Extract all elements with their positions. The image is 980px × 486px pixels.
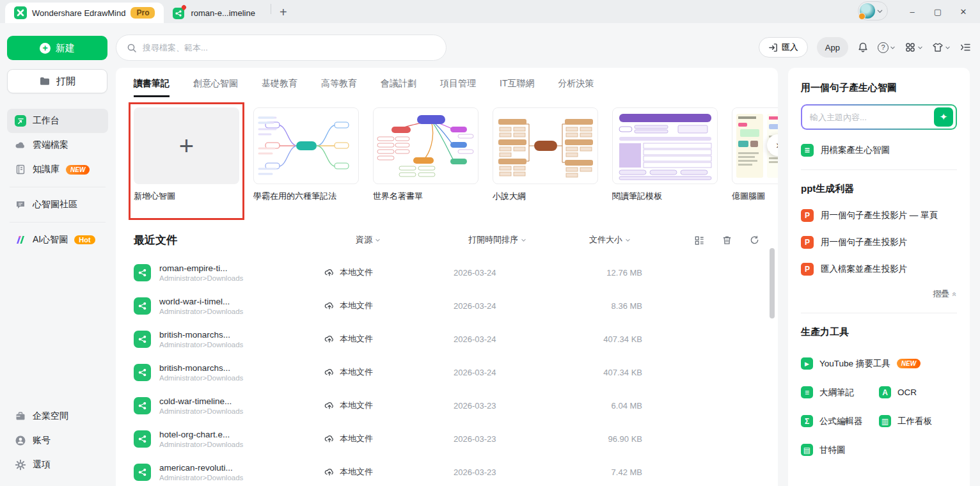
- collapse-section-button[interactable]: 摺疊 «: [801, 288, 957, 300]
- tab-basic-education[interactable]: 基礎教育: [262, 78, 297, 97]
- sidebar-item-community[interactable]: 心智圖社區: [7, 192, 108, 217]
- template-cards: + 新增心智圖: [134, 107, 760, 215]
- workspace-icon: [15, 115, 26, 127]
- file-source: 本地文件: [340, 366, 373, 378]
- tool-gantt[interactable]: ▤ 甘特圖: [801, 444, 879, 456]
- sidebar-item-account[interactable]: 账号: [7, 428, 107, 453]
- import-icon: [768, 43, 778, 52]
- file-to-mindmap-icon: [801, 144, 814, 157]
- tool-label: YouTube 摘要工具: [819, 358, 890, 370]
- import-button[interactable]: 匯入: [759, 37, 808, 58]
- file-row[interactable]: cold-war-timeline...Administrator>Downlo…: [134, 389, 760, 422]
- file-source: 本地文件: [340, 300, 373, 311]
- sort-file-size[interactable]: 文件大小: [572, 234, 642, 246]
- ocr-icon: A: [879, 386, 891, 398]
- minimize-button[interactable]: –: [899, 2, 925, 21]
- ai-generate-button[interactable]: ✦: [934, 107, 953, 127]
- tab-analysis-decision[interactable]: 分析決策: [558, 78, 594, 97]
- local-file-icon: [324, 367, 335, 377]
- sidebar-item-workspace[interactable]: 工作台: [7, 109, 108, 133]
- sidebar-item-cloud-files[interactable]: 雲端檔案: [7, 133, 108, 157]
- tool-ocr[interactable]: A OCR: [879, 386, 957, 398]
- file-to-mindmap-item[interactable]: 用檔案產生心智圖: [801, 144, 957, 157]
- open-document-button[interactable]: 打開: [7, 69, 107, 93]
- file-path: Administrator>Downloads: [159, 441, 243, 448]
- file-name: roman-empire-ti...: [159, 263, 243, 273]
- productivity-title: 生產力工具: [801, 326, 957, 338]
- sort-source[interactable]: 資源: [319, 234, 447, 246]
- card-template-notes[interactable]: 學霸在用的六種筆記法: [253, 107, 359, 215]
- sidebar-item-options[interactable]: 選項: [7, 453, 107, 477]
- ppt-single-page-item[interactable]: P 用一個句子產生投影片 — 單頁: [801, 209, 957, 222]
- new-document-button[interactable]: + 新建: [7, 36, 107, 60]
- sidebar-item-label: AI心智圖: [33, 234, 68, 246]
- refresh-button[interactable]: [749, 235, 760, 246]
- card-template-booklist[interactable]: 世界名著書單: [373, 107, 478, 215]
- chevron-down-icon: [876, 8, 883, 15]
- new-tab-button[interactable]: +: [275, 4, 292, 20]
- sort-open-time[interactable]: 打開時間排序: [447, 234, 572, 246]
- tool-outline-notes[interactable]: ≡ 大綱筆記: [801, 386, 879, 398]
- sidebar-item-knowledge-base[interactable]: 知識庫 NEW: [7, 157, 108, 182]
- file-path: Administrator>Downloads: [159, 374, 243, 382]
- tool-youtube-summary[interactable]: ▶ YouTube 摘要工具 NEW: [801, 357, 957, 370]
- search-input[interactable]: [143, 43, 436, 52]
- sidebar-item-enterprise[interactable]: 企業空間: [7, 404, 107, 428]
- tool-formula-editor[interactable]: Σ 公式編輯器: [801, 415, 879, 427]
- card-template-novel-outline[interactable]: 小說大綱: [493, 107, 598, 215]
- tab-higher-education[interactable]: 高等教育: [321, 78, 357, 97]
- account-menu[interactable]: [858, 1, 888, 20]
- delete-button[interactable]: [722, 235, 732, 246]
- file-path: Administrator>Downloads: [159, 274, 243, 282]
- file-row[interactable]: world-war-i-timel...Administrator>Downlo…: [134, 289, 760, 322]
- app-tab-home[interactable]: Wondershare EdrawMind Pro: [5, 3, 164, 23]
- sidebar-item-label: 選項: [33, 459, 51, 471]
- file-row[interactable]: american-revoluti...Administrator>Downlo…: [134, 455, 760, 486]
- file-row[interactable]: hotel-org-chart.e...Administrator>Downlo…: [134, 422, 760, 455]
- file-row[interactable]: british-monarchs...Administrator>Downloa…: [134, 356, 760, 389]
- open-button-label: 打開: [56, 75, 75, 88]
- ppt-from-file-item[interactable]: P 匯入檔案並產生投影片: [801, 263, 957, 276]
- mindmap-file-icon: [134, 397, 151, 414]
- ai-topic-input[interactable]: [810, 113, 930, 122]
- tab-reading-notes[interactable]: 讀書筆記: [134, 78, 170, 97]
- card-label: 學霸在用的六種筆記法: [253, 191, 359, 202]
- file-date: 2026-03-24: [447, 301, 572, 311]
- main-panel: 讀書筆記 創意心智圖 基礎教育 高等教育 會議計劃 項目管理 IT互聯網 分析決…: [116, 68, 778, 486]
- notifications-button[interactable]: [857, 42, 869, 53]
- file-size: 8.36 MB: [572, 301, 642, 311]
- mindmap-file-icon: [134, 364, 151, 381]
- sidebar-item-label: 知識庫: [33, 164, 59, 175]
- tool-kanban[interactable]: ▥ 工作看板: [879, 415, 957, 427]
- card-template-reading-notes[interactable]: 閱讀筆記模板: [612, 107, 718, 215]
- collapse-panel-button[interactable]: [960, 42, 971, 53]
- plus-icon: +: [40, 43, 51, 54]
- tab-project-management[interactable]: 項目管理: [440, 78, 476, 97]
- tab-creative-mindmap[interactable]: 創意心智圖: [193, 78, 238, 97]
- list-view-toggle[interactable]: [694, 235, 705, 246]
- app-button[interactable]: App: [817, 37, 848, 58]
- sidebar-item-label: 心智圖社區: [33, 199, 77, 210]
- card-template-edraw-brain[interactable]: 億圖腦圖: [732, 107, 778, 215]
- apps-menu[interactable]: [905, 42, 923, 53]
- sidebar-item-ai-mindmap[interactable]: AI心智圖 Hot: [7, 228, 108, 252]
- kanban-icon: ▥: [879, 415, 891, 427]
- mindmap-file-icon: [134, 264, 151, 281]
- theme-menu[interactable]: [932, 42, 951, 53]
- card-new-mindmap[interactable]: + 新增心智圖: [134, 107, 239, 215]
- tab-it-internet[interactable]: IT互聯網: [500, 78, 534, 97]
- file-row[interactable]: roman-empire-ti...Administrator>Download…: [134, 256, 760, 289]
- tab-meeting-plan[interactable]: 會議計劃: [381, 78, 416, 97]
- plus-icon: +: [179, 132, 194, 161]
- recent-files-list: roman-empire-ti...Administrator>Download…: [134, 256, 760, 486]
- app-tab-document[interactable]: roman-e...imeline: [164, 3, 264, 23]
- file-size: 407.34 KB: [572, 334, 642, 344]
- help-menu[interactable]: ?: [878, 42, 896, 53]
- search-bar[interactable]: [116, 35, 447, 61]
- scrollbar-thumb[interactable]: [770, 248, 775, 318]
- maximize-button[interactable]: ▢: [925, 2, 951, 21]
- ppt-from-sentence-item[interactable]: P 用一個句子產生投影片: [801, 236, 957, 249]
- file-row[interactable]: british-monarchs...Administrator>Downloa…: [134, 322, 760, 356]
- close-button[interactable]: ✕: [951, 2, 976, 21]
- ai-topic-inputbox[interactable]: ✦: [801, 104, 957, 130]
